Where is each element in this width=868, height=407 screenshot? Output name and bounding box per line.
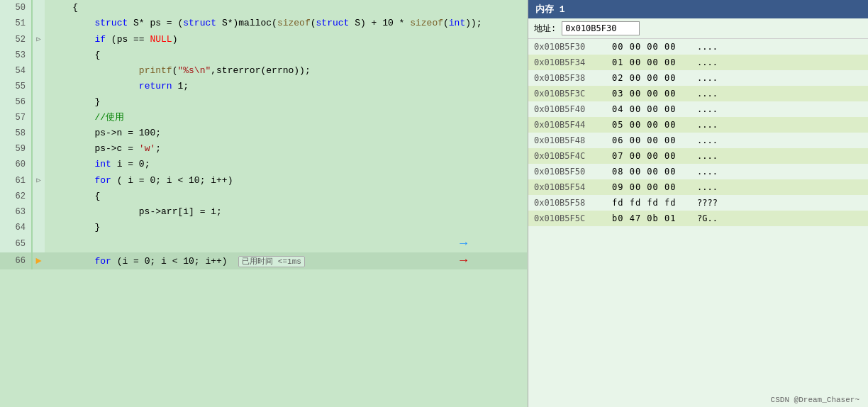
line-marker: ► (32, 252, 45, 269)
line-marker (32, 220, 45, 235)
memory-title: 内存 1 (535, 4, 565, 15)
mem-chars: .... (697, 71, 782, 85)
line-code: { (45, 48, 527, 63)
line-number: 56 (0, 94, 32, 110)
memory-row: 0x010B5F48 06 00 00 00 .... (528, 133, 868, 148)
table-row: 54 printf("%s\n",strerror(errno)); (0, 63, 527, 79)
mem-chars: .... (697, 40, 782, 54)
mem-addr: 0x010B5F54 (534, 180, 612, 194)
line-marker (32, 110, 45, 126)
mem-bytes: b0 47 0b 01 (612, 211, 697, 225)
line-marker (32, 126, 45, 141)
line-code: → (45, 235, 527, 252)
line-marker (32, 79, 45, 94)
mem-addr: 0x010B5F34 (534, 55, 612, 69)
mem-bytes: 06 00 00 00 (612, 133, 697, 147)
table-row: 52 ▷ if (ps == NULL) (0, 31, 527, 48)
mem-addr: 0x010B5F58 (534, 196, 612, 210)
line-marker (32, 16, 45, 31)
memory-row: 0x010B5F58 fd fd fd fd ???? (528, 195, 868, 211)
breakpoint-arrow: ► (35, 255, 41, 267)
line-number: 64 (0, 220, 32, 235)
line-code: } (45, 220, 527, 235)
mem-addr: 0x010B5F50 (534, 165, 612, 179)
mem-chars: ?G.. (697, 211, 782, 225)
mem-addr: 0x010B5F5C (534, 211, 612, 225)
mem-chars: .... (697, 180, 782, 194)
memory-row: 0x010B5F40 04 00 00 00 .... (528, 101, 868, 117)
mem-bytes: 05 00 00 00 (612, 118, 697, 132)
line-number: 65 (0, 235, 32, 252)
line-code: ps->c = 'w'; (45, 141, 527, 157)
table-row: 61 ▷ for ( i = 0; i < 10; i++) (0, 172, 527, 189)
line-code: for (i = 0; i < 10; i++) 已用时间 <=1ms → (45, 252, 527, 269)
mem-chars: .... (697, 133, 782, 147)
mem-bytes: 09 00 00 00 (612, 180, 697, 194)
table-row: 55 return 1; (0, 79, 527, 94)
line-code: { (45, 189, 527, 204)
line-number: 55 (0, 79, 32, 94)
code-panel: 50 { 51 struct S* ps = (struct S*)malloc… (0, 0, 528, 407)
table-row: 62 { (0, 189, 527, 204)
table-row: 56 } (0, 94, 527, 110)
line-marker (32, 63, 45, 79)
memory-rows: 0x010B5F30 00 00 00 00 .... 0x010B5F34 0… (528, 39, 868, 407)
table-row: 63 ps->arr[i] = i; (0, 204, 527, 220)
memory-address-bar: 地址: (528, 18, 868, 39)
line-number: 62 (0, 189, 32, 204)
credit-text: CSDN @Dream_Chaser~ (771, 396, 859, 404)
line-number: 61 (0, 172, 32, 189)
memory-address-input[interactable] (562, 21, 640, 35)
memory-row: 0x010B5F54 09 00 00 00 .... (528, 179, 868, 195)
table-row: 57 //使用 (0, 110, 527, 126)
mem-bytes: 03 00 00 00 (612, 87, 697, 101)
line-code: } (45, 94, 527, 110)
memory-row: 0x010B5F38 02 00 00 00 .... (528, 70, 868, 86)
memory-row: 0x010B5F34 01 00 00 00 .... (528, 55, 868, 70)
mem-bytes: 01 00 00 00 (612, 55, 697, 69)
line-code: printf("%s\n",strerror(errno)); (45, 63, 527, 79)
mem-chars: .... (697, 102, 782, 116)
bottom-bar: CSDN @Dream_Chaser~ (762, 393, 868, 407)
line-marker (32, 157, 45, 172)
line-marker (32, 141, 45, 157)
mem-bytes: 08 00 00 00 (612, 165, 697, 179)
line-code: return 1; (45, 79, 527, 94)
table-row: 50 { (0, 0, 527, 16)
line-code: if (ps == NULL) (45, 31, 527, 48)
table-row: 65 → (0, 235, 527, 252)
line-marker (32, 94, 45, 110)
main-container: 50 { 51 struct S* ps = (struct S*)malloc… (0, 0, 868, 407)
line-code: ps->arr[i] = i; (45, 204, 527, 220)
line-number: 57 (0, 110, 32, 126)
mem-bytes: 02 00 00 00 (612, 71, 697, 85)
memory-row: 0x010B5F4C 07 00 00 00 .... (528, 148, 868, 164)
table-row: 59 ps->c = 'w'; (0, 141, 527, 157)
mem-chars: .... (697, 55, 782, 69)
line-code: //使用 (45, 110, 527, 126)
memory-row: 0x010B5F30 00 00 00 00 .... (528, 39, 868, 55)
memory-title-bar: 内存 1 (528, 0, 868, 18)
mem-chars: .... (697, 87, 782, 101)
memory-row: 0x010B5F44 05 00 00 00 .... (528, 117, 868, 133)
mem-addr: 0x010B5F30 (534, 40, 612, 54)
line-marker (32, 48, 45, 63)
line-number: 54 (0, 63, 32, 79)
line-number: 50 (0, 0, 32, 16)
line-number: 63 (0, 204, 32, 220)
line-code: int i = 0; (45, 157, 527, 172)
line-code: { (45, 0, 527, 16)
mem-chars: .... (697, 149, 782, 163)
line-marker (32, 204, 45, 220)
mem-addr: 0x010B5F40 (534, 102, 612, 116)
line-number: 60 (0, 157, 32, 172)
line-number: 51 (0, 16, 32, 31)
timing-label: 已用时间 <=1ms (238, 256, 305, 267)
mem-chars: .... (697, 165, 782, 179)
line-number: 53 (0, 48, 32, 63)
line-code: ps->n = 100; (45, 126, 527, 141)
line-number: 59 (0, 141, 32, 157)
table-row: 51 struct S* ps = (struct S*)malloc(size… (0, 16, 527, 31)
line-marker: ▷ (32, 31, 45, 48)
memory-row: 0x010B5F50 08 00 00 00 .... (528, 164, 868, 179)
